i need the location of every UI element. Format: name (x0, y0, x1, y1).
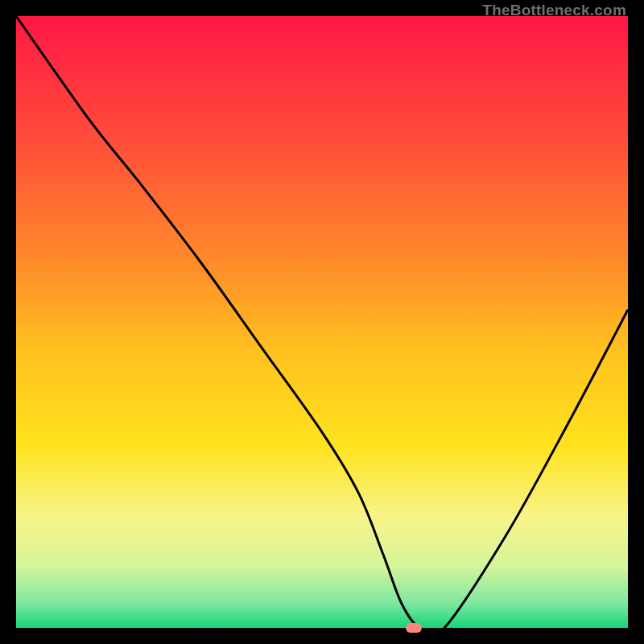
optimal-marker (406, 623, 422, 633)
watermark-text: TheBottleneck.com (482, 2, 626, 19)
gradient-background (16, 16, 628, 628)
chart-container: TheBottleneck.com (0, 0, 644, 644)
svg-rect-0 (16, 16, 628, 628)
plot-area (16, 16, 628, 628)
